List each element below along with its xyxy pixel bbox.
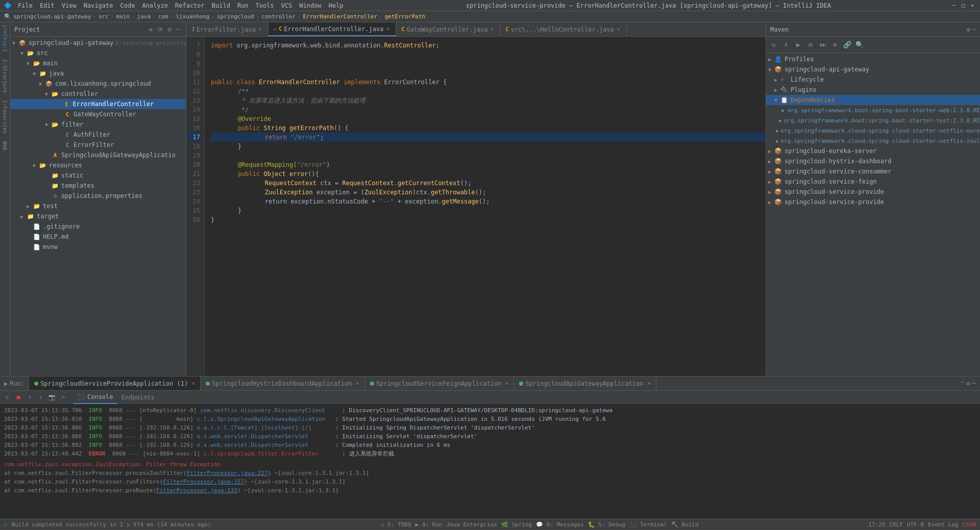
maven-settings-icon[interactable]: ⚙ [967, 26, 970, 33]
tab-errorhandlercontroller[interactable]: ✏ C ErrorHandlerController.java × [268, 22, 397, 36]
hide-icon[interactable]: ─ [175, 26, 182, 34]
menu-window[interactable]: Window [296, 1, 324, 10]
screenshot-button[interactable]: 📷 [47, 392, 57, 402]
tree-item-main[interactable]: ▼ 📂 main [10, 58, 186, 68]
tree-item-controller[interactable]: ▼ 📂 controller [10, 89, 186, 99]
run-tab-feign[interactable]: SpringcloudServiceFeignApplication × [365, 376, 514, 390]
tree-item-target[interactable]: ▶ 📁 target [10, 211, 186, 221]
tree-item-gateway-controller[interactable]: C GateWayController [10, 109, 186, 119]
maven-minimize-icon[interactable]: ─ [972, 26, 976, 33]
console-output[interactable]: 2023-03-07 15:13:35.706 INFO 8068 --- [n… [0, 404, 980, 519]
tree-item-filter[interactable]: ▼ 📂 filter [10, 119, 186, 130]
status-todo[interactable]: ☑ 5: TODO [381, 521, 411, 528]
maven-item-eureka[interactable]: ▶ 📦 springcloud-eureka-server [766, 146, 980, 156]
status-java-enterprise[interactable]: Java Enterprise [446, 521, 497, 528]
tab-close-errorhandler[interactable]: × [385, 26, 390, 32]
tab-hellocontroller[interactable]: C src\...\HelloController.java × [500, 22, 626, 36]
breadcrumb-part-6[interactable]: springcloud [217, 13, 254, 20]
maven-item-profiles[interactable]: ▶ 👤 Profiles [766, 54, 980, 64]
tree-item-gateway-app[interactable]: A SpringcloudApiGatewayApplicatio [10, 150, 186, 160]
tab-errorfilter[interactable]: J ErrorFilter.java × [186, 22, 268, 36]
tree-item-static[interactable]: 📁 static [10, 170, 186, 181]
maven-dep-1[interactable]: ▪ org.springframework.boot:spring-boot-s… [766, 105, 980, 115]
tree-item-application-props[interactable]: ⚙ application.properties [10, 191, 186, 201]
maven-dep-4[interactable]: ▪ org.springframework.cloud:spring-cloud… [766, 136, 980, 146]
endpoints-tab[interactable]: Endpoints [117, 391, 159, 404]
tree-item-error-filter[interactable]: C ErrorFilter [10, 140, 186, 150]
status-terminal[interactable]: ⬛ Terminal [629, 521, 667, 528]
expand-bottom-icon[interactable]: ⌃ [961, 380, 964, 387]
tree-item-gitignore[interactable]: 📄 .gitignore [10, 221, 186, 232]
tab-close-errorfilter[interactable]: × [258, 26, 263, 33]
menu-vcs[interactable]: VCS [278, 1, 296, 10]
breadcrumb-part-9[interactable]: getErrorPath [385, 13, 425, 20]
maven-item-lifecycle[interactable]: ▶ ⚡ Lifecycle [766, 74, 980, 85]
settings-icon[interactable]: ⚙ [166, 26, 173, 34]
status-run[interactable]: ▶ 4: Run [415, 521, 442, 528]
tab-close-icon-3[interactable]: × [505, 381, 508, 386]
tree-item-resources[interactable]: ▼ 📂 resources [10, 160, 186, 170]
line-col-indicator[interactable]: 17:25 [868, 521, 885, 528]
maven-refresh-icon[interactable]: ↻ [768, 39, 779, 51]
menu-file[interactable]: File [15, 1, 36, 10]
menu-view[interactable]: View [59, 1, 80, 10]
status-build[interactable]: 🔨 Build [671, 521, 699, 528]
maven-skip-icon[interactable]: ⏭ [817, 39, 828, 51]
tab-close-hello[interactable]: × [616, 26, 621, 33]
tree-item-templates[interactable]: 📁 templates [10, 181, 186, 191]
tree-item-help[interactable]: 📄 HELP.md [10, 232, 186, 242]
breadcrumb-part-3[interactable]: java [137, 13, 151, 20]
sync-icon[interactable]: ⟳ [156, 26, 164, 34]
maven-toggle-icon[interactable]: m [805, 39, 816, 51]
breadcrumb-search-icon[interactable]: 🔍 [4, 13, 11, 20]
menu-analyze[interactable]: Analyze [139, 1, 171, 10]
menu-edit[interactable]: Edit [37, 1, 58, 10]
favorites-icon[interactable]: 2:Favorites [2, 100, 8, 134]
tree-item-src[interactable]: ▼ 📂 src [10, 48, 186, 58]
run-tab-gateway[interactable]: SpringcloudApiGatewayApplication × [514, 376, 656, 390]
maven-item-provide1[interactable]: ▶ 📦 springcloud-service-provide [766, 187, 980, 197]
bottom-settings-icon[interactable]: ⚙ [967, 380, 970, 387]
close-button[interactable]: ✕ [969, 2, 976, 9]
breadcrumb-part-0[interactable]: springcloud-api-gateway [13, 13, 91, 20]
tree-item-root[interactable]: ▼ 📦 springcloud-api-gateway D:\xincheng-… [10, 38, 186, 48]
maven-item-gateway[interactable]: ▼ 📦 springcloud-api-gateway [766, 64, 980, 74]
maven-item-consumer[interactable]: ▶ 📦 springcloud-service-consummer [766, 166, 980, 176]
breadcrumb-part-4[interactable]: com [158, 13, 168, 20]
maven-item-feign[interactable]: ▶ 📦 springcloud-service-feign [766, 176, 980, 187]
status-debug[interactable]: 🐛 5: Debug [588, 521, 626, 528]
project-panel-icon[interactable]: 1:Project [2, 24, 8, 52]
menu-run[interactable]: Run [234, 1, 252, 10]
maven-download-icon[interactable]: ⬇ [780, 39, 792, 51]
maven-collapse-icon[interactable]: ≡ [829, 39, 841, 51]
maven-dep-2[interactable]: ▪ org.springframework.boot:spring-boot-s… [766, 115, 980, 125]
maven-item-plugins[interactable]: ▶ 🔌 Plugins [766, 85, 980, 95]
restart-button[interactable]: ↺ [2, 392, 12, 402]
breadcrumb-part-1[interactable]: src [99, 13, 109, 20]
menu-help[interactable]: Help [326, 1, 347, 10]
tree-item-test[interactable]: ▶ 📁 test [10, 201, 186, 211]
minimize-button[interactable]: ─ [950, 2, 958, 9]
bottom-close-icon[interactable]: ─ [972, 380, 976, 387]
csdn-button[interactable]: CSDN [963, 521, 976, 528]
menu-refactor[interactable]: Refactor [172, 1, 208, 10]
code-content[interactable]: 7 8 9 10 11 12 13 14 15 16 17 18 19 20 2… [186, 37, 766, 376]
tree-item-error-handler-controller[interactable]: → C ErrorHandlerController [10, 99, 186, 109]
maven-item-provide2[interactable]: ▶ 📦 springcloud-service-provide [766, 197, 980, 207]
tree-item-mvnw[interactable]: 📄 mvnw [10, 242, 186, 252]
status-spring[interactable]: 🌿 Spring [501, 521, 532, 528]
menu-tools[interactable]: Tools [253, 1, 277, 10]
breadcrumb-part-8[interactable]: ErrorHandlerController [303, 13, 377, 20]
maven-link-icon[interactable]: 🔗 [842, 39, 853, 51]
collapse-all-icon[interactable]: ≡ [147, 26, 154, 34]
tree-item-auth-filter[interactable]: C AuthFilter [10, 130, 186, 140]
tree-item-package[interactable]: ▼ 📦 com.lixuanhong.springcloud [10, 79, 186, 89]
maximize-button[interactable]: □ [960, 2, 967, 9]
breadcrumb-part-2[interactable]: main [116, 13, 130, 20]
code-lines[interactable]: import org.springframework.web.bind.anno… [205, 37, 766, 376]
crlf-indicator[interactable]: CRLF [889, 521, 903, 528]
wrap-button[interactable]: ↔ [58, 392, 68, 402]
run-tab-provide[interactable]: SpringcloudServiceProvideApplication (1)… [29, 376, 201, 390]
scroll-down-button[interactable]: ↓ [36, 392, 46, 402]
stop-button[interactable]: ■ [13, 392, 23, 402]
